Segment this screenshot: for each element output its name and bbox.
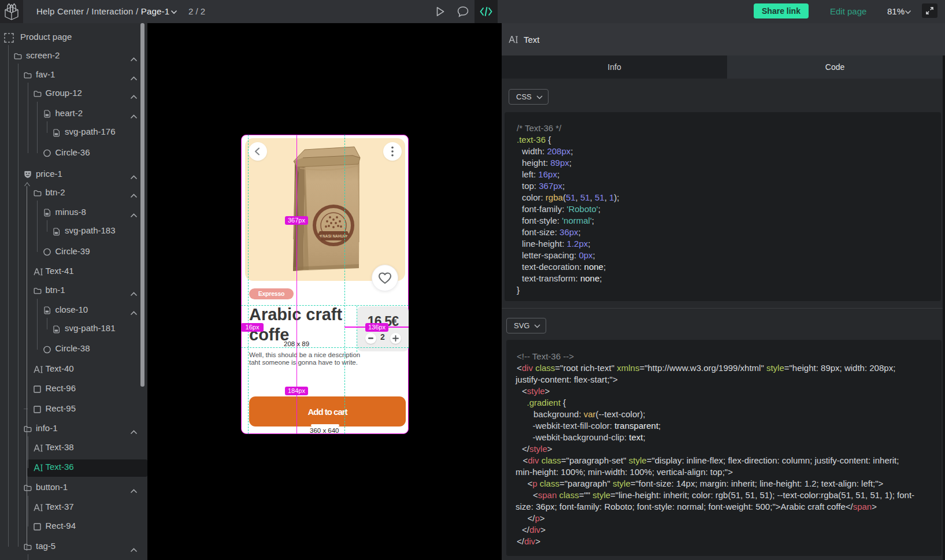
svg-text:NASI NAHUI: NASI NAHUI [323,234,344,238]
